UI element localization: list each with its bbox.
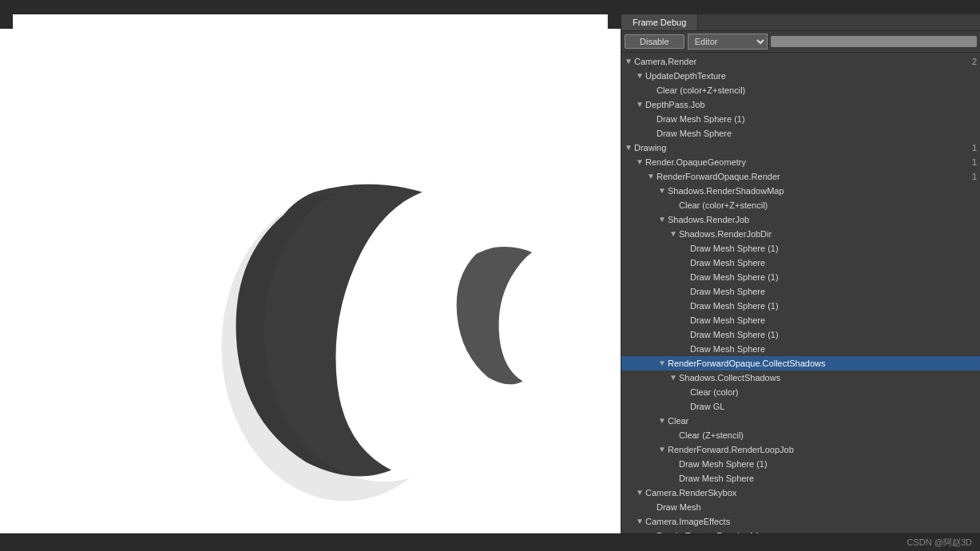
bottom-bar: CSDN @阿赵3D — [0, 533, 980, 551]
tree-item[interactable]: Draw Mesh Sphere (1) — [621, 299, 980, 313]
tree-item-label: Shadows.RenderJob — [668, 213, 977, 226]
right-panel: Frame Debug Disable Editor Game ▼Camera.… — [621, 14, 980, 533]
tab-bar: Frame Debug — [621, 14, 980, 31]
tree-item[interactable]: ▼Camera.RenderSkybox — [621, 486, 980, 500]
tree-item-label: Clear (color+Z+stencil) — [679, 199, 977, 212]
tree-item-label: Camera.RenderSkybox — [645, 486, 977, 499]
tree-item-count: 2 — [972, 55, 977, 68]
top-bar — [0, 0, 980, 14]
frame-debug-tab[interactable]: Frame Debug — [621, 14, 698, 30]
viewport-panel — [0, 14, 621, 533]
tree-arrow: ▼ — [658, 357, 666, 370]
tree-item[interactable]: Draw Mesh Sphere — [621, 313, 980, 327]
tree-item-label: Draw Mesh Sphere — [679, 472, 977, 485]
tree-item-label: Draw Mesh Sphere — [690, 285, 977, 298]
tree-item-label: RenderForwardOpaque.Render — [657, 170, 966, 183]
tree-item-label: UpdateDepthTexture — [645, 69, 977, 82]
tree-item[interactable]: ▼Drawing1 — [621, 141, 980, 155]
tree-arrow: ▼ — [658, 443, 666, 456]
tree-item-label: Render.OpaqueGeometry — [645, 156, 966, 168]
tree-item[interactable]: Clear (color+Z+stencil) — [621, 198, 980, 212]
tree-item-label: Draw GL — [690, 400, 977, 413]
tree-item-label: Draw Mesh Sphere — [690, 314, 977, 327]
tree-item-label: Shadows.CollectShadows — [679, 371, 977, 384]
tree-item-label: Drawing — [634, 141, 966, 154]
tree-arrow: ▼ — [647, 170, 655, 183]
tree-item-label: Draw Mesh Sphere (1) — [679, 458, 977, 470]
tree-item[interactable]: ▼RenderForward.RenderLoopJob — [621, 442, 980, 457]
tree-item-label: Draw Mesh Sphere (1) — [690, 271, 977, 283]
tree-item[interactable]: ▼Shadows.RenderJobDir — [621, 227, 980, 241]
tree-item-label: Clear (color+Z+stencil) — [657, 84, 977, 97]
main-area: Frame Debug Disable Editor Game ▼Camera.… — [0, 14, 980, 533]
tree-item-count: 1 — [972, 141, 977, 154]
tree-item[interactable]: ▼Camera.Render2 — [621, 54, 980, 69]
tree-item[interactable]: Draw GL — [621, 399, 980, 414]
slider[interactable] — [771, 36, 977, 47]
tree-arrow: ▼ — [636, 156, 644, 168]
tree-item[interactable]: Draw Mesh Sphere (1) — [621, 241, 980, 256]
tree-arrow: ▼ — [669, 371, 677, 384]
editor-select[interactable]: Editor Game — [688, 34, 768, 50]
tree-item-label: RenderForwardOpaque.CollectShadows — [668, 357, 977, 370]
tree-panel[interactable]: ▼Camera.Render2▼UpdateDepthTextureClear … — [621, 53, 980, 533]
tree-item[interactable]: Draw Mesh Sphere — [621, 126, 980, 141]
tree-item[interactable]: Draw Mesh Sphere (1) — [621, 457, 980, 471]
tree-arrow: ▼ — [658, 213, 666, 226]
tree-item[interactable]: ▼RenderForwardOpaque.CollectShadows — [621, 356, 980, 371]
tree-item[interactable]: ▼UpdateDepthTexture — [621, 69, 980, 83]
watermark: CSDN @阿赵3D — [907, 537, 972, 549]
tree-item-count: 1 — [972, 170, 977, 183]
viewport-canvas — [0, 14, 621, 533]
tree-item-label: Draw Mesh Sphere (1) — [657, 113, 977, 125]
tree-item-label: Draw Mesh Sphere — [690, 343, 977, 355]
tree-arrow: ▼ — [669, 228, 677, 240]
tree-arrow: ▼ — [658, 414, 666, 427]
tree-item[interactable]: Draw Mesh Sphere — [621, 342, 980, 356]
tree-item-label: Shadows.RenderJobDir — [679, 228, 977, 240]
tree-item[interactable]: ▼Shadows.RenderShadowMap — [621, 184, 980, 198]
disable-button[interactable]: Disable — [625, 34, 684, 49]
tree-item[interactable]: ▼Camera.ImageEffects — [621, 514, 980, 529]
tree-item[interactable]: ▼Shadows.CollectShadows — [621, 371, 980, 385]
tree-item-label: Camera.Render — [634, 55, 966, 68]
tree-item-label: Draw Mesh — [657, 501, 977, 513]
tree-item-label: Draw Mesh Sphere (1) — [690, 242, 977, 255]
tree-item-count: 1 — [972, 156, 977, 168]
tree-item-label: Shadows.RenderShadowMap — [668, 184, 977, 197]
tree-item[interactable]: Clear (color+Z+stencil) — [621, 83, 980, 97]
tree-item-label: Clear (Z+stencil) — [679, 429, 977, 442]
tree-item[interactable]: Clear (Z+stencil) — [621, 428, 980, 442]
tree-item[interactable]: ▼DepthPass.Job — [621, 97, 980, 112]
tree-item-label: Clear — [668, 414, 977, 427]
tree-arrow: ▼ — [625, 55, 633, 68]
tree-item[interactable]: Draw Mesh Sphere — [621, 256, 980, 270]
tree-item-label: Camera.ImageEffects — [645, 515, 977, 528]
tree-item[interactable]: Draw Mesh Sphere (1) — [621, 327, 980, 342]
tree-item[interactable]: Draw Mesh Sphere (1) — [621, 112, 980, 126]
tree-item[interactable]: ▼Shadows.RenderJob — [621, 212, 980, 227]
tree-arrow: ▼ — [636, 69, 644, 82]
tree-item-label: Draw Mesh Sphere (1) — [690, 328, 977, 341]
tree-item-label: Clear (color) — [690, 386, 977, 398]
tree-item[interactable]: Draw Mesh Sphere — [621, 471, 980, 486]
tree-item-label: RenderForward.RenderLoopJob — [668, 443, 977, 456]
tree-item-label: Draw Mesh Sphere (1) — [690, 299, 977, 312]
tree-item[interactable]: ▼RenderForwardOpaque.Render1 — [621, 169, 980, 184]
toolbar: Disable Editor Game — [621, 31, 980, 53]
tree-arrow: ▼ — [636, 486, 644, 499]
tree-arrow: ▼ — [625, 141, 633, 154]
tree-arrow: ▼ — [636, 515, 644, 528]
tree-item-label: Draw Mesh Sphere — [690, 256, 977, 269]
tree-item-label: Draw Mesh Sphere — [657, 127, 977, 140]
tree-item[interactable]: Draw Mesh Sphere (1) — [621, 270, 980, 284]
tree-arrow: ▼ — [658, 184, 666, 197]
tree-item-label: DepthPass.Job — [645, 98, 977, 111]
tree-item[interactable]: Clear (color) — [621, 385, 980, 399]
tree-item[interactable]: ▼Render.OpaqueGeometry1 — [621, 155, 980, 169]
tree-item[interactable]: ▼Clear — [621, 414, 980, 428]
tree-item[interactable]: Draw Mesh Sphere — [621, 284, 980, 299]
tree-item[interactable]: Draw Mesh — [621, 500, 980, 514]
tree-arrow: ▼ — [636, 98, 644, 111]
